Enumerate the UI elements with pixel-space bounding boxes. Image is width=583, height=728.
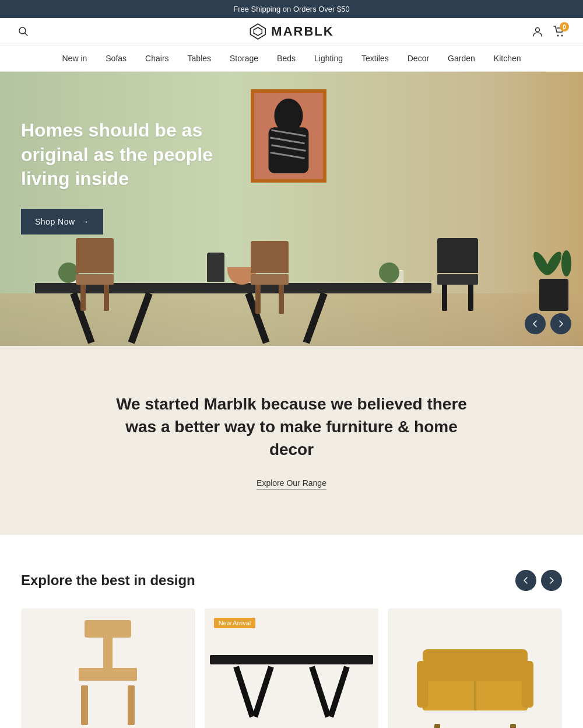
search-icon	[17, 26, 29, 37]
cart-button[interactable]: 0	[553, 25, 566, 38]
kettle	[207, 253, 224, 282]
products-section-title: Explore the best in design	[21, 572, 195, 589]
nav-item-sofas[interactable]: Sofas	[106, 54, 127, 63]
chair-leg-fl	[81, 685, 88, 725]
logo-text: MARBLK	[271, 24, 333, 39]
chair-right	[437, 238, 478, 311]
chair-illustration	[21, 620, 195, 728]
shop-now-button[interactable]: Shop Now →	[21, 209, 103, 235]
header-left	[17, 26, 29, 37]
account-button[interactable]	[532, 26, 543, 37]
sofa-arm-right	[522, 661, 533, 708]
sofa-cushion-divider	[474, 681, 476, 710]
mission-title: We started Marblk because we believed th…	[105, 393, 478, 461]
hero-title: Homes should be as original as the peopl…	[21, 118, 243, 191]
products-next-button[interactable]	[541, 570, 562, 591]
table-leg-1	[233, 666, 255, 718]
product-card-chair[interactable]	[21, 608, 195, 728]
plant-pot	[539, 279, 568, 311]
table-leg-4	[328, 666, 349, 718]
chair-left	[76, 238, 114, 311]
sofa-illustration	[388, 620, 562, 728]
logo[interactable]: MARBLK	[249, 23, 333, 40]
chair-middle	[251, 241, 289, 314]
arrow-right-icon	[557, 320, 565, 328]
nav-item-garden[interactable]: Garden	[448, 54, 475, 63]
nav-item-beds[interactable]: Beds	[277, 54, 296, 63]
svg-marker-3	[254, 27, 262, 36]
plant-leaves	[536, 250, 571, 276]
chair-seat	[79, 668, 137, 681]
chair-back-top	[85, 620, 131, 638]
nav-item-decor[interactable]: Decor	[408, 54, 429, 63]
table-illus	[210, 632, 373, 719]
sofa-leg-left	[434, 724, 440, 728]
art-figure	[254, 92, 323, 180]
chair-illus-1	[73, 620, 143, 725]
new-arrival-badge: New Arrival	[214, 618, 256, 628]
nav-item-tables[interactable]: Tables	[188, 54, 211, 63]
arrow-left-icon	[522, 576, 530, 584]
nav-item-textiles[interactable]: Textiles	[361, 54, 389, 63]
sofa-leg-right	[510, 724, 516, 728]
hero-content: Homes should be as original as the peopl…	[21, 118, 243, 235]
search-button[interactable]	[17, 26, 29, 37]
svg-line-1	[25, 33, 28, 36]
explore-range-link[interactable]: Explore Our Range	[257, 478, 326, 489]
account-icon	[532, 26, 543, 37]
chair-back-post	[103, 638, 113, 670]
hero-navigation	[525, 313, 571, 334]
main-nav: New in Sofas Chairs Tables Storage Beds …	[0, 46, 583, 72]
nav-item-storage[interactable]: Storage	[230, 54, 258, 63]
top-banner: Free Shipping on Orders Over $50	[0, 0, 583, 18]
plate-2	[379, 262, 399, 283]
svg-point-6	[561, 35, 563, 37]
table-top	[210, 655, 373, 664]
sofa-arm-left	[417, 661, 429, 708]
chair-leg-fr	[128, 685, 135, 725]
table-leg-3	[309, 666, 331, 718]
svg-marker-2	[250, 24, 265, 39]
svg-point-5	[557, 35, 559, 37]
table-illustration	[205, 620, 379, 728]
arrow-left-icon	[531, 320, 539, 328]
nav-item-kitchen[interactable]: Kitchen	[494, 54, 521, 63]
shop-now-label: Shop Now	[35, 217, 75, 226]
svg-point-4	[536, 28, 540, 32]
hero-prev-button[interactable]	[525, 313, 546, 334]
plant	[536, 250, 571, 311]
nav-item-chairs[interactable]: Chairs	[145, 54, 168, 63]
table-leg-2	[252, 666, 273, 718]
products-prev-button[interactable]	[515, 570, 536, 591]
nav-item-lighting[interactable]: Lighting	[314, 54, 343, 63]
product-card-sofa[interactable]	[388, 608, 562, 728]
arrow-right-icon	[547, 576, 556, 584]
banner-text: Free Shipping on Orders Over $50	[233, 5, 349, 13]
cart-badge: 0	[560, 22, 569, 32]
art-frame	[251, 89, 326, 183]
products-section: Explore the best in design	[0, 535, 583, 728]
products-header: Explore the best in design	[21, 570, 562, 591]
arrow-icon: →	[81, 217, 90, 226]
mission-section: We started Marblk because we believed th…	[0, 346, 583, 535]
hero-next-button[interactable]	[550, 313, 571, 334]
plant-leaf-3	[561, 250, 571, 276]
nav-item-new-in[interactable]: New in	[62, 54, 87, 63]
products-navigation	[515, 570, 562, 591]
sofa-illus	[423, 643, 528, 725]
header: MARBLK 0	[0, 18, 583, 46]
logo-icon	[249, 23, 266, 40]
header-right: 0	[532, 25, 566, 38]
product-grid: New Arrival	[21, 608, 562, 728]
hero-section: Homes should be as original as the peopl…	[0, 72, 583, 346]
product-card-table[interactable]: New Arrival	[205, 608, 379, 728]
